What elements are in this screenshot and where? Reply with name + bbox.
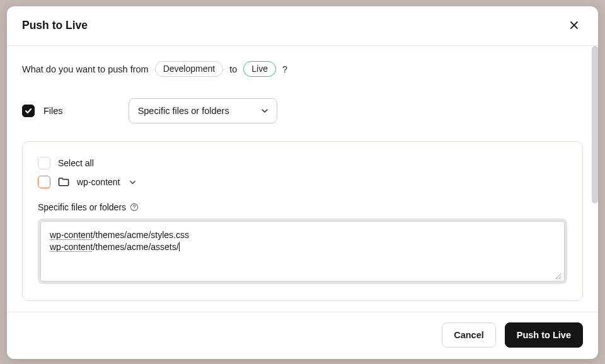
modal-header: Push to Live [7, 6, 598, 46]
textarea-line: wp-content/themes/acme/styles.css [50, 229, 555, 241]
textarea-line1-rest: /themes/acme/styles.css [93, 230, 189, 240]
scrollbar[interactable] [592, 46, 598, 203]
files-panel: Select all wp-content Specific files or … [22, 141, 583, 301]
specific-files-textarea[interactable]: wp-content/themes/acme/styles.css wp-con… [40, 221, 565, 282]
folder-icon [58, 177, 69, 187]
push-to-live-button[interactable]: Push to Live [505, 322, 583, 348]
specific-files-label: Specific files or folders [38, 202, 126, 212]
textarea-line2-wave: wp-content [50, 242, 93, 252]
chevron-down-icon [129, 178, 137, 186]
wp-content-checkbox[interactable] [38, 176, 50, 188]
help-icon[interactable] [130, 203, 139, 212]
files-scope-select[interactable]: Specific files or folders [129, 98, 277, 123]
cancel-button[interactable]: Cancel [442, 322, 496, 348]
files-scope-select-wrap: Specific files or folders [129, 98, 277, 123]
chevron-down-icon [260, 106, 269, 115]
check-icon [25, 107, 32, 115]
text-caret [179, 242, 180, 251]
specific-files-label-row: Specific files or folders [38, 202, 567, 212]
prompt-to: to [229, 64, 237, 74]
close-button[interactable] [565, 16, 583, 34]
env-to-pill: Live [243, 61, 276, 77]
specific-files-textarea-wrap: wp-content/themes/acme/styles.css wp-con… [38, 219, 567, 284]
close-icon [569, 20, 579, 30]
expand-toggle[interactable] [129, 178, 137, 186]
prompt-suffix: ? [282, 64, 287, 74]
textarea-line1-wave: wp-content [50, 230, 93, 240]
select-all-checkbox[interactable] [38, 157, 50, 169]
tree-row-wp-content: wp-content [38, 176, 567, 188]
push-to-live-modal: Push to Live What do you want to push fr… [7, 6, 598, 359]
push-prompt: What do you want to push from Developmen… [22, 61, 583, 77]
modal-title: Push to Live [22, 19, 88, 32]
select-all-row: Select all [38, 157, 567, 169]
textarea-line: wp-content/themes/acme/assets/ [50, 241, 555, 253]
files-checkbox[interactable] [22, 105, 35, 117]
select-all-label: Select all [58, 158, 94, 168]
prompt-prefix: What do you want to push from [22, 64, 149, 74]
env-from-pill: Development [155, 61, 224, 77]
tree-folder-label[interactable]: wp-content [77, 177, 120, 187]
files-label: Files [43, 106, 63, 116]
modal-body: What do you want to push from Developmen… [7, 46, 598, 312]
resize-handle[interactable] [555, 271, 562, 279]
svg-point-1 [134, 208, 134, 209]
files-scope-value: Specific files or folders [138, 106, 229, 116]
textarea-line2-rest: /themes/acme/assets/ [93, 242, 178, 252]
modal-footer: Cancel Push to Live [7, 312, 598, 359]
files-row: Files Specific files or folders [22, 98, 583, 123]
